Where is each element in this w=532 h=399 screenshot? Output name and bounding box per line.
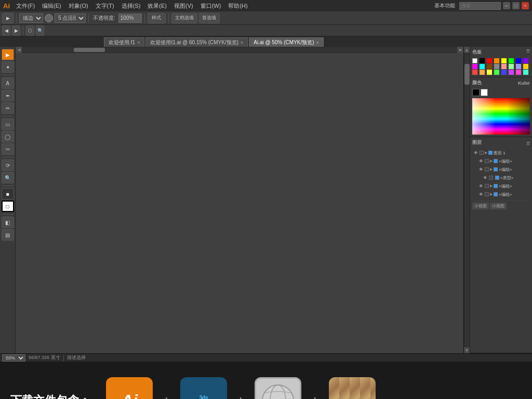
swatch-lavender[interactable] [516, 64, 521, 69]
eye-icon2[interactable]: 👁 [478, 167, 484, 172]
menu-help[interactable]: 帮助(H) [225, 1, 250, 11]
expand4[interactable]: ▶ [490, 184, 493, 188]
menu-edit[interactable]: 编辑(E) [39, 1, 64, 11]
name5[interactable]: <编组> [499, 183, 512, 189]
zoom-btn[interactable]: 🔍 [36, 25, 44, 36]
scroll-up[interactable]: ▲ [464, 47, 470, 53]
swatch-m1[interactable] [516, 70, 521, 75]
scroll-left[interactable]: ◀ [16, 47, 22, 53]
swatch-brown[interactable] [487, 64, 492, 69]
swatch-b1[interactable] [501, 70, 507, 75]
doc-options[interactable]: 文档选项 [171, 13, 197, 23]
swatch-y1[interactable] [487, 70, 492, 75]
tab-close-icon[interactable]: × [316, 40, 319, 45]
layer-group2[interactable]: 👁 ▶ <编组> [472, 165, 530, 174]
swatch-green[interactable] [509, 58, 514, 63]
expand5[interactable]: ▶ [490, 192, 493, 196]
swatch-gray[interactable] [494, 64, 499, 69]
menu-file[interactable]: 文件(F) [13, 1, 38, 11]
name4[interactable]: <类型> [500, 175, 513, 181]
swatch-o1[interactable] [480, 70, 485, 75]
swatch-magenta[interactable] [472, 64, 477, 69]
tool-zoom[interactable]: 🔍 [2, 172, 14, 183]
tool-rotate[interactable]: ⟳ [2, 159, 14, 171]
style-button[interactable]: 样式 [148, 13, 166, 23]
tool-star[interactable]: ✦ [2, 61, 14, 73]
tool-scissors[interactable]: ✂ [2, 143, 14, 155]
tool-arrow[interactable]: ▶ [2, 49, 14, 60]
expand-icon[interactable]: ▶ [490, 159, 493, 163]
swatches-menu[interactable]: ☰ [526, 49, 530, 57]
scroll-right[interactable]: ▶ [457, 47, 463, 53]
stroke-color[interactable] [45, 14, 53, 22]
first-label[interactable]: 首选项 [199, 13, 220, 23]
tool-ellipse[interactable]: ◯ [2, 131, 14, 142]
tb2-btn1[interactable]: ◀ [2, 25, 10, 36]
opacity-input[interactable] [118, 14, 142, 23]
menu-select[interactable]: 选择(S) [118, 1, 144, 11]
scroll-down[interactable]: ▼ [464, 347, 470, 353]
swatch-orange[interactable] [494, 58, 499, 63]
scroll-track-v[interactable] [464, 54, 470, 347]
eye-icon4[interactable]: 👁 [478, 183, 484, 189]
menu-text[interactable]: 文字(T) [92, 1, 117, 11]
menu-effect[interactable]: 效果(E) [144, 1, 170, 11]
scroll-thumb-v[interactable] [464, 64, 470, 85]
eye-icon3[interactable]: 👁 [483, 175, 488, 180]
zoom-select[interactable]: 50% [2, 354, 25, 362]
tab-file1[interactable]: 欢迎使用t1.ai @ 60.15% (CMYK/预览) × [145, 37, 248, 47]
layer-type[interactable]: 👁 <类型> [472, 174, 530, 182]
menu-object[interactable]: 对象(O) [65, 1, 91, 11]
tool-type[interactable]: A [2, 77, 14, 89]
swatch-lime[interactable] [509, 64, 514, 69]
tool-stroke[interactable]: □ [2, 201, 14, 212]
layer-lock-icon[interactable] [480, 151, 484, 155]
swatch-red[interactable] [487, 58, 492, 63]
swatch-p1[interactable] [509, 70, 514, 75]
menu-view[interactable]: 视图(V) [171, 1, 196, 11]
swatch-yellow[interactable] [501, 58, 507, 63]
color-spectrum[interactable] [472, 98, 530, 135]
tab-welcome[interactable]: 欢迎使用.f1 × [104, 37, 144, 47]
tool-fill[interactable]: ■ [2, 188, 14, 200]
layer-visible-icon[interactable]: 👁 [473, 150, 478, 155]
layer-group4[interactable]: 👁 ▶ <编组> [472, 190, 530, 198]
scroll-track-h[interactable] [22, 47, 457, 52]
pt-select[interactable]: 5 点活现 [55, 14, 86, 23]
layer-group3[interactable]: 👁 ▶ <编组> [472, 182, 530, 190]
small-view-1[interactable]: 小视图 [472, 203, 489, 209]
tool-pen[interactable]: ✒ [2, 90, 14, 101]
swatch-cyan[interactable] [480, 64, 485, 69]
layers-menu[interactable]: ☰ [526, 141, 530, 146]
layer-name2[interactable]: <编组> [499, 158, 512, 164]
swatch-gold[interactable] [523, 64, 528, 69]
tab-close-icon[interactable]: × [137, 40, 140, 45]
menu-window[interactable]: 窗口(W) [197, 1, 224, 11]
tool-select[interactable]: ▶ [2, 13, 14, 23]
expand2[interactable]: ▶ [490, 167, 493, 171]
name6[interactable]: <编组> [499, 192, 512, 197]
tab-file2[interactable]: Ai.ai @ 50% (CMYK/预览) × [249, 37, 324, 47]
fg-color[interactable] [472, 89, 480, 96]
bg-color[interactable] [481, 89, 488, 96]
color-spectrum-wrapper[interactable] [472, 98, 530, 135]
tb2-btn2[interactable]: ▶ [12, 25, 20, 36]
swatch-pink[interactable] [501, 64, 507, 69]
tool-rect[interactable]: ▭ [2, 118, 14, 130]
maximize-button[interactable]: □ [512, 2, 520, 9]
close-button[interactable]: × [522, 2, 529, 9]
swatch-blue[interactable] [516, 58, 521, 63]
swatch-purple[interactable] [523, 58, 528, 63]
minimize-button[interactable]: ─ [503, 2, 510, 9]
name3[interactable]: <编组> [499, 167, 512, 172]
swatch-r1[interactable] [472, 70, 477, 75]
tool-screen[interactable]: ◧ [2, 217, 14, 228]
eye-icon5[interactable]: 👁 [478, 192, 484, 197]
layer-expand-icon[interactable]: ▶ [485, 151, 487, 155]
stroke-select[interactable]: 描边 [19, 14, 43, 23]
layer-name[interactable]: 图层 1 [494, 150, 506, 156]
tool-artboard[interactable]: ▤ [2, 229, 14, 241]
tab-close-icon[interactable]: × [241, 40, 243, 45]
nav-btn[interactable]: ⬡ [26, 25, 34, 36]
swatch-g1[interactable] [494, 70, 499, 75]
